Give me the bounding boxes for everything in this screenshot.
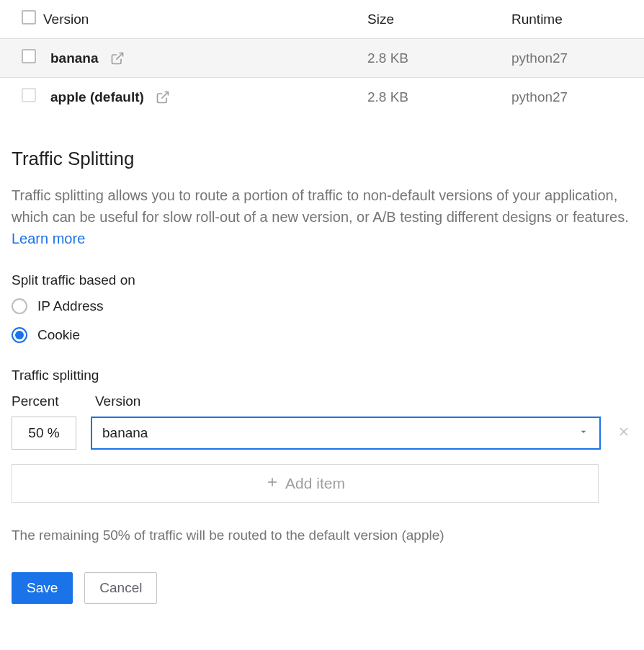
learn-more-link[interactable]: Learn more <box>12 231 85 246</box>
version-select[interactable]: banana <box>91 417 601 450</box>
traffic-splitting-label: Traffic splitting <box>12 368 632 383</box>
version-size: 2.8 KB <box>360 78 504 117</box>
version-name[interactable]: banana <box>50 50 99 66</box>
section-title: Traffic Splitting <box>12 148 632 170</box>
col-header-runtime: Runtime <box>504 0 644 39</box>
version-name[interactable]: apple (default) <box>50 89 144 105</box>
radio-label: Cookie <box>37 327 80 343</box>
percent-input[interactable]: 50 % <box>12 417 76 450</box>
split-based-on-group: IP Address Cookie <box>12 298 632 343</box>
split-row: 50 % banana <box>12 417 632 450</box>
add-item-button[interactable]: Add item <box>12 464 599 503</box>
row-checkbox[interactable] <box>22 49 36 63</box>
table-row: apple (default) 2.8 KB python27 <box>0 78 644 117</box>
chevron-down-icon <box>578 425 589 441</box>
external-link-icon[interactable] <box>110 51 125 66</box>
select-all-checkbox[interactable] <box>22 10 36 25</box>
external-link-icon[interactable] <box>156 90 170 104</box>
col-header-size: Size <box>360 0 504 39</box>
version-runtime: python27 <box>504 39 644 78</box>
version-size: 2.8 KB <box>360 39 504 78</box>
radio-ip-address[interactable]: IP Address <box>12 298 632 314</box>
section-description: Traffic splitting allows you to route a … <box>12 184 632 249</box>
save-button[interactable]: Save <box>12 572 73 604</box>
split-columns-header: Percent Version <box>12 393 632 409</box>
version-column-label: Version <box>95 393 140 409</box>
percent-column-label: Percent <box>12 393 76 409</box>
version-runtime: python27 <box>504 78 644 117</box>
plus-icon <box>265 475 279 493</box>
col-header-version: Version <box>43 0 360 39</box>
radio-icon <box>12 298 27 314</box>
radio-icon <box>12 327 27 343</box>
split-based-on-label: Split traffic based on <box>12 272 632 288</box>
radio-cookie[interactable]: Cookie <box>12 327 632 343</box>
row-checkbox[interactable] <box>22 88 36 102</box>
add-item-label: Add item <box>285 475 345 492</box>
remove-row-button[interactable] <box>615 423 632 443</box>
table-row: banana 2.8 KB python27 <box>0 39 644 78</box>
radio-label: IP Address <box>37 298 104 314</box>
version-select-value: banana <box>102 425 148 441</box>
cancel-button[interactable]: Cancel <box>84 572 157 604</box>
remaining-traffic-note: The remaining 50% of traffic will be rou… <box>12 527 632 543</box>
versions-table: Version Size Runtime banana 2.8 KB pytho… <box>0 0 644 116</box>
